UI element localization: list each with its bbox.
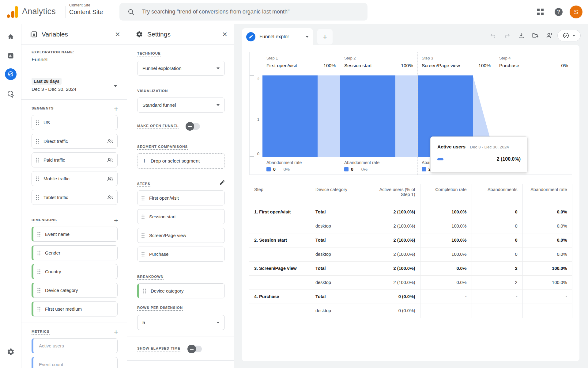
funnel-connector[interactable]	[395, 75, 418, 157]
funnel-bar[interactable]	[262, 75, 318, 157]
help-icon[interactable]: ?	[552, 5, 565, 19]
exploration-name-value[interactable]: Funnel	[32, 57, 118, 63]
share-add-user-icon[interactable]	[543, 29, 556, 42]
step-chip[interactable]: Session start	[137, 209, 225, 224]
redo-icon[interactable]	[501, 29, 513, 42]
avatar[interactable]: S	[570, 6, 582, 18]
date-range-picker[interactable]: Last 28 days Dec 3 - Dec 30, 2024	[21, 71, 127, 100]
download-icon[interactable]	[515, 29, 527, 42]
rows-per-dimension-select[interactable]: 5	[137, 315, 225, 330]
close-variables-icon[interactable]: ×	[115, 30, 120, 39]
y-axis: 2 1 0	[250, 75, 262, 157]
canvas-toolbar	[487, 29, 581, 42]
tooltip-value: 2 (100.0%)	[443, 156, 521, 162]
explore-icon[interactable]	[0, 67, 21, 82]
reports-icon[interactable]	[0, 48, 21, 63]
analytics-logo-icon[interactable]	[7, 6, 19, 18]
segment-comparisons-label: SEGMENT COMPARISONS	[137, 145, 188, 150]
export-icon[interactable]	[529, 29, 541, 42]
table-row: 3. Screen/Page viewTotal2 (100.0%)0.0%21…	[249, 261, 572, 275]
dimension-chip[interactable]: Device category	[32, 283, 118, 298]
dimension-chip[interactable]: Country	[32, 264, 118, 279]
metrics-label: METRICS	[32, 330, 50, 335]
admin-gear-icon[interactable]	[0, 344, 21, 359]
add-metric-icon[interactable]: +	[114, 328, 118, 336]
visualization-select[interactable]: Standard funnel	[137, 98, 225, 113]
search-input[interactable]: Try searching "trend of conversions from…	[119, 3, 368, 21]
col-header-active-users: Active users (% of Step 1)	[366, 184, 420, 205]
funnel-connector[interactable]	[318, 75, 340, 157]
col-header-abandonment-rate: Abandonment rate	[522, 184, 572, 205]
table-row: 1. First open/visitTotal2 (100.0%)100.0%…	[249, 205, 572, 219]
col-header-abandonments: Abandonments	[472, 184, 522, 205]
add-tab-button[interactable]: +	[317, 29, 333, 44]
apps-grid-icon[interactable]	[533, 5, 547, 19]
segment-chip[interactable]: Tablet traffic	[32, 190, 118, 205]
drag-handle-icon	[36, 139, 39, 144]
table-header-row: Step Device category Active users (% of …	[249, 184, 572, 205]
segments-label: SEGMENTS	[32, 106, 54, 111]
edit-steps-icon[interactable]	[219, 179, 225, 186]
drag-handle-icon	[37, 250, 41, 256]
col-header-step: Step	[249, 184, 311, 205]
home-icon[interactable]	[0, 29, 21, 44]
next-action-section: NEXT ACTION	[127, 361, 234, 368]
topbar-actions: ? S	[533, 0, 588, 24]
step-chip[interactable]: First open/visit	[137, 190, 225, 205]
technique-label: TECHNIQUE	[137, 52, 161, 56]
tab-caret-icon	[306, 36, 309, 38]
exploration-name-label: EXPLORATION NAME:	[32, 50, 118, 54]
segment-comparisons-section: SEGMENT COMPARISONS + Drop or select seg…	[127, 138, 234, 175]
segment-chip[interactable]: Paid traffic	[32, 152, 118, 167]
add-dimension-icon[interactable]: +	[114, 216, 118, 225]
step-chip[interactable]: Purchase	[137, 247, 225, 262]
y-tick-label: 1	[257, 117, 259, 122]
funnel-step-header: Step 3 Screen/Page view100%	[417, 52, 495, 75]
close-settings-icon[interactable]: ×	[222, 30, 227, 39]
variables-icon	[30, 31, 37, 38]
breakdown-chip[interactable]: Device category	[137, 283, 225, 298]
chevron-down-icon	[217, 322, 220, 324]
plus-icon: +	[142, 157, 146, 165]
metric-chip[interactable]: Event count	[32, 357, 118, 368]
table-row: desktop2 (100.0%)100.0%00.0%	[249, 247, 572, 261]
show-elapsed-toggle[interactable]	[188, 346, 202, 352]
technique-select[interactable]: Funnel exploration	[137, 61, 225, 76]
exploration-card: Step 1 First open/visit100% Step 2 Sessi…	[242, 45, 579, 361]
step-chip[interactable]: Screen/Page view	[137, 228, 225, 243]
dimension-chip[interactable]: First user medium	[32, 301, 118, 316]
top-bar: Analytics Content Site Content Site Try …	[0, 0, 588, 24]
undo-icon[interactable]	[487, 29, 499, 42]
segment-chip[interactable]: US	[32, 115, 118, 130]
add-segment-icon[interactable]: +	[114, 105, 118, 113]
dimension-chip[interactable]: Gender	[32, 245, 118, 260]
dimensions-label: DIMENSIONS	[32, 218, 57, 223]
property-switcher[interactable]: Content Site Content Site	[69, 3, 103, 16]
dimension-chip[interactable]: Event name	[32, 227, 118, 242]
segments-section: SEGMENTS + US Direct traffic Paid traffi…	[21, 100, 127, 211]
breakdown-section: BREAKDOWN Device category	[127, 268, 234, 300]
breakdown-label: BREAKDOWN	[137, 275, 164, 280]
funnel-bar-step-1	[262, 75, 340, 157]
drop-segment-zone[interactable]: + Drop or select segment	[137, 153, 225, 169]
dimensions-section: DIMENSIONS + Event name Gender Country D…	[21, 211, 127, 323]
segment-chip[interactable]: Direct traffic	[32, 134, 118, 149]
show-elapsed-section: SHOW ELAPSED TIME	[127, 336, 234, 361]
segment-chip[interactable]: Mobile traffic	[32, 171, 118, 186]
table-row: 4. PurchaseTotal0 (0.0%)---	[249, 289, 572, 304]
variables-header: Variables ×	[21, 24, 127, 45]
advertising-icon[interactable]	[0, 86, 21, 101]
saved-status-button[interactable]	[557, 30, 581, 41]
funnel-bar[interactable]	[340, 75, 395, 157]
open-funnel-section: MAKE OPEN FUNNEL	[127, 115, 234, 138]
funnel-step-headers: Step 1 First open/visit100% Step 2 Sessi…	[250, 52, 572, 75]
ga-explorations-app: Analytics Content Site Content Site Try …	[0, 0, 588, 368]
steps-section: STEPS First open/visit Session start Scr…	[127, 175, 234, 268]
open-funnel-toggle[interactable]	[187, 123, 200, 130]
metric-chip[interactable]: Active users	[32, 338, 118, 353]
funnel-step-header: Step 4 Purchase0%	[495, 52, 572, 75]
drag-handle-icon	[36, 176, 39, 182]
tab-funnel-exploration[interactable]: Funnel explor...	[242, 28, 313, 45]
visualization-label: VISUALIZATION	[137, 89, 168, 93]
hover-tooltip: Active users Dec 3 - Dec 30, 2024 2 (100…	[430, 136, 528, 173]
